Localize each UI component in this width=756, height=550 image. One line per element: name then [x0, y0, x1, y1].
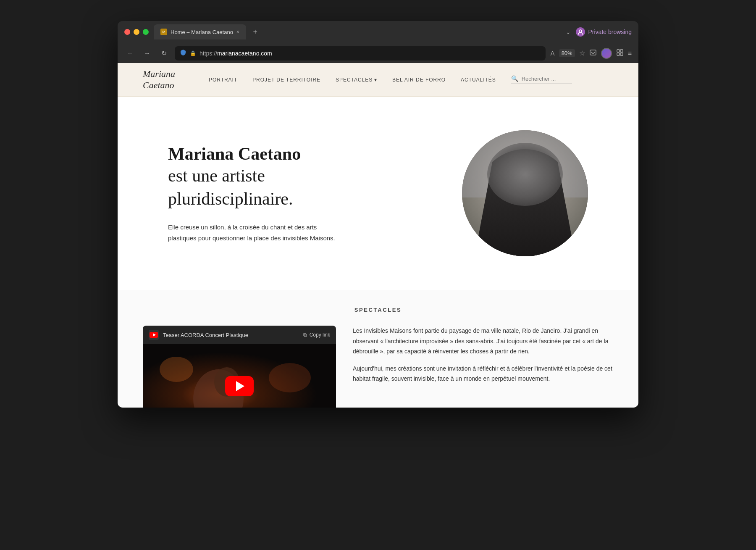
close-button[interactable] — [124, 29, 130, 35]
logo-line2: Caetano — [143, 80, 174, 90]
url-bar[interactable]: 🔒 https://marianacaetano.com — [175, 46, 546, 61]
copy-link-label: Copy link — [310, 332, 330, 338]
shield-icon — [180, 49, 186, 57]
spectacles-heading: SPECTACLES — [143, 307, 613, 313]
svg-point-0 — [579, 30, 582, 32]
svg-rect-3 — [620, 50, 623, 52]
svg-rect-2 — [617, 50, 620, 52]
chevron-down-icon: ▾ — [374, 77, 377, 83]
video-title: Teaser ACORDA Concert Plastique — [163, 332, 248, 338]
play-button[interactable] — [225, 376, 254, 396]
hero-text: Mariana Caetano est une artiste pluridis… — [168, 143, 361, 244]
nav-spectacles[interactable]: SPECTACLES ▾ — [336, 77, 377, 83]
zoom-level[interactable]: 80% — [559, 49, 575, 57]
website-content: Mariana Caetano PORTRAIT PROJET DE TERRI… — [118, 63, 638, 408]
url-text: https://marianacaetano.com — [200, 50, 272, 57]
nav-actualites[interactable]: ACTUALITÉS — [461, 77, 496, 83]
hero-image — [462, 130, 588, 256]
nav-portrait[interactable]: PORTRAIT — [209, 77, 237, 83]
lock-icon: 🔒 — [190, 50, 196, 56]
private-browsing-icon — [576, 27, 585, 37]
menu-button[interactable]: ≡ — [628, 50, 632, 57]
svg-rect-7 — [462, 130, 588, 197]
forward-icon: → — [144, 50, 150, 57]
video-info: Teaser ACORDA Concert Plastique — [149, 330, 248, 340]
translate-icon: A — [551, 50, 555, 57]
url-prefix: https:// — [200, 50, 217, 57]
svg-rect-4 — [617, 53, 620, 55]
hero-name: Mariana Caetano — [168, 144, 301, 163]
spectacles-paragraph-2: Aujourd'hui, mes créations sont une invi… — [353, 363, 613, 384]
maximize-button[interactable] — [143, 29, 149, 35]
svg-point-18 — [269, 363, 311, 392]
hero-subtitle: est une artiste pluridisciplinaire. — [168, 164, 361, 210]
url-domain: marianacaetano.com — [217, 50, 272, 57]
toolbar-right: A 80% ☆ ≡ — [551, 48, 632, 59]
tab-favicon: M — [160, 29, 167, 35]
copy-icon: ⧉ — [303, 332, 307, 338]
refresh-icon: ↻ — [161, 49, 167, 57]
svg-rect-5 — [620, 53, 623, 55]
forward-button[interactable]: → — [141, 47, 153, 59]
svg-point-8 — [491, 189, 558, 256]
svg-rect-1 — [590, 50, 596, 55]
site-logo[interactable]: Mariana Caetano — [143, 68, 175, 91]
refresh-button[interactable]: ↻ — [158, 47, 170, 59]
spectacles-text: Les Invisibles Maisons font partie du pa… — [353, 326, 613, 384]
hero-photo — [462, 130, 588, 256]
back-icon: ← — [127, 50, 134, 57]
logo-line1: Mariana — [143, 68, 175, 79]
user-avatar[interactable] — [601, 48, 612, 59]
translate-button[interactable]: A — [551, 50, 555, 57]
private-browsing-label: Private browsing — [588, 29, 632, 35]
search-input[interactable] — [522, 76, 572, 82]
search-area: 🔍 — [511, 75, 572, 84]
tabs-area: M Home – Mariana Caetano × + — [154, 24, 561, 39]
spectacles-section: SPECTACLES Teaser ACORDA Concert Pl — [118, 290, 638, 408]
bookmark-button[interactable]: ☆ — [579, 49, 585, 57]
private-browsing-indicator: Private browsing — [576, 27, 632, 37]
spectacles-content: Teaser ACORDA Concert Plastique ⧉ Copy l… — [143, 326, 613, 408]
hero-description: Elle creuse un sillon, à la croisée du c… — [168, 222, 344, 243]
svg-line-11 — [531, 151, 550, 214]
copy-link-area[interactable]: ⧉ Copy link — [303, 332, 330, 338]
spectacles-paragraph-1: Les Invisibles Maisons font partie du pa… — [353, 326, 613, 357]
tabs-dropdown-button[interactable]: ⌄ — [566, 29, 571, 35]
svg-point-10 — [519, 186, 540, 209]
tab-title: Home – Mariana Caetano — [171, 29, 233, 35]
addressbar: ← → ↻ 🔒 https://marianacaetano.com A 80%… — [118, 43, 638, 63]
svg-point-17 — [160, 357, 193, 382]
svg-point-9 — [507, 172, 547, 218]
nav-projet[interactable]: PROJET DE TERRITOIRE — [252, 77, 320, 83]
tab-close-button[interactable]: × — [236, 29, 239, 35]
hero-title: Mariana Caetano est une artiste pluridis… — [168, 143, 361, 211]
pocket-button[interactable] — [589, 49, 597, 58]
video-thumbnail[interactable] — [143, 344, 336, 408]
minimize-button[interactable] — [134, 29, 139, 35]
site-nav: Mariana Caetano PORTRAIT PROJET DE TERRI… — [118, 63, 638, 97]
extensions-button[interactable] — [616, 49, 624, 58]
youtube-icon — [149, 330, 159, 340]
nav-links: PORTRAIT PROJET DE TERRITOIRE SPECTACLES… — [209, 75, 613, 84]
search-icon: 🔍 — [511, 75, 518, 82]
hero-section: Mariana Caetano est une artiste pluridis… — [118, 97, 638, 290]
play-icon — [236, 381, 244, 391]
video-container: Teaser ACORDA Concert Plastique ⧉ Copy l… — [143, 326, 336, 408]
video-header: Teaser ACORDA Concert Plastique ⧉ Copy l… — [143, 326, 336, 344]
titlebar: M Home – Mariana Caetano × + ⌄ Private b… — [118, 21, 638, 43]
browser-window: M Home – Mariana Caetano × + ⌄ Private b… — [118, 21, 638, 408]
active-tab[interactable]: M Home – Mariana Caetano × — [154, 24, 246, 39]
back-button[interactable]: ← — [124, 47, 136, 59]
nav-spectacles-label: SPECTACLES — [336, 77, 373, 83]
nav-bel-air[interactable]: BEL AIR DE FORRO — [392, 77, 446, 83]
traffic-lights — [124, 29, 149, 35]
new-tab-button[interactable]: + — [249, 26, 261, 38]
